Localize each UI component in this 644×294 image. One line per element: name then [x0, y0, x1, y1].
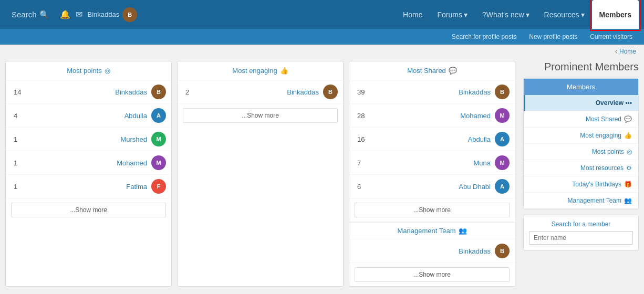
notifications-icon[interactable]: 🔔 [60, 9, 70, 19]
avatar: B [495, 244, 510, 258]
panels-row: Most points ◎ 14 Binkaddas B 4 Abdulla A… [5, 61, 515, 287]
avatar: M [151, 132, 166, 146]
nav-resources[interactable]: Resources ▾ [537, 0, 592, 29]
main-container: Most points ◎ 14 Binkaddas B 4 Abdulla A… [0, 58, 644, 294]
avatar: M [495, 155, 510, 170]
avatar: A [495, 132, 510, 146]
table-row: 7 Muna M [349, 151, 515, 175]
management-team-header[interactable]: Management Team 👥 [349, 222, 515, 239]
sidebar-item-overview[interactable]: Overview ••• [524, 95, 638, 111]
search-button[interactable]: Search 🔍 [5, 6, 56, 24]
breadcrumb: ‹ Home [0, 45, 644, 58]
most-engaging-header[interactable]: Most engaging 👍 [178, 61, 343, 80]
management-show-more[interactable]: ...Show more [355, 267, 510, 282]
avatar: A [495, 179, 510, 194]
most-points-show-more[interactable]: ...Show more [11, 203, 166, 217]
table-row: 4 Abdulla A [6, 104, 171, 128]
sidebar-item-birthdays[interactable]: Today's Birthdays 🎁 [524, 176, 638, 193]
sidebar-item-most-shared[interactable]: Most Shared 💬 [524, 111, 638, 128]
member-search-input[interactable] [529, 231, 633, 245]
most-points-header[interactable]: Most points ◎ [6, 61, 171, 80]
nav-home[interactable]: Home [396, 0, 430, 29]
avatar: F [151, 179, 166, 194]
table-row: Binkaddas B [349, 239, 515, 263]
table-row: 1 Murshed M [6, 128, 171, 151]
target-icon: ◎ [105, 67, 110, 75]
sub-nav-new-profile-posts[interactable]: New profile posts [523, 29, 584, 45]
table-row: 1 Mohamed M [6, 151, 171, 175]
top-navigation: Search 🔍 🔔 ✉ Binkaddas B Home Forums ▾ ?… [0, 0, 644, 29]
table-row: 28 Mohamed M [349, 104, 515, 128]
sidebar-item-most-points[interactable]: Most points ◎ [524, 144, 638, 160]
sub-nav-current-visitors[interactable]: Current visitors [584, 29, 639, 45]
chevron-down-icon: ▾ [464, 10, 468, 19]
avatar: B [151, 85, 166, 99]
most-shared-show-more[interactable]: ...Show more [355, 203, 510, 217]
breadcrumb-separator: ‹ [615, 48, 617, 55]
member-search-section: Search for a member [524, 215, 638, 250]
chevron-down-icon: ▾ [581, 10, 585, 19]
avatar: M [495, 108, 510, 123]
page-title: Prominent Members [523, 58, 639, 78]
avatar: M [151, 155, 166, 170]
nav-members[interactable]: Members [592, 0, 639, 29]
target-icon: ◎ [627, 148, 632, 155]
username: Binkaddas [88, 10, 120, 18]
nav-whats-new[interactable]: ?What's new ▾ [475, 0, 537, 29]
thumbs-up-icon: 👍 [624, 132, 632, 139]
table-row: 2 Binkaddas B [178, 80, 343, 104]
sidebar-item-management-team[interactable]: Management Team 👥 [524, 193, 638, 209]
nav-forums[interactable]: Forums ▾ [430, 0, 474, 29]
avatar: A [151, 108, 166, 123]
messages-icon[interactable]: ✉ [76, 9, 82, 19]
table-row: 16 Abdulla A [349, 128, 515, 151]
table-row: 39 Binkaddas B [349, 80, 515, 104]
share-icon: 💬 [449, 67, 457, 75]
sub-navigation: Search for profile posts New profile pos… [0, 29, 644, 45]
share-icon: 💬 [624, 116, 632, 123]
users-icon: 👥 [624, 197, 632, 204]
sidebar: Prominent Members Members Overview ••• M… [523, 58, 639, 287]
sidebar-item-most-resources[interactable]: Most resources ⚙ [524, 160, 638, 176]
table-row: 14 Binkaddas B [6, 80, 171, 104]
most-engaging-panel: Most engaging 👍 2 Binkaddas B ...Show mo… [177, 61, 344, 287]
table-row: 1 Fatima F [6, 175, 171, 198]
avatar: B [323, 85, 338, 99]
gift-icon: 🎁 [624, 181, 632, 188]
member-search-label: Search for a member [529, 220, 633, 228]
nav-icons: 🔔 ✉ [60, 9, 82, 19]
user-menu[interactable]: Binkaddas B [88, 7, 138, 22]
sidebar-members-box: Members Overview ••• Most Shared 💬 Most … [523, 78, 639, 209]
sidebar-item-most-engaging[interactable]: Most engaging 👍 [524, 128, 638, 144]
sidebar-search-box: Search for a member [523, 215, 639, 250]
content-area: Most points ◎ 14 Binkaddas B 4 Abdulla A… [5, 58, 523, 287]
most-points-panel: Most points ◎ 14 Binkaddas B 4 Abdulla A… [5, 61, 172, 287]
sidebar-members-title: Members [524, 79, 638, 95]
most-shared-panel: Most Shared 💬 39 Binkaddas B 28 Mohamed … [349, 61, 515, 287]
search-icon: 🔍 [39, 10, 49, 19]
most-shared-header[interactable]: Most Shared 💬 [349, 61, 515, 80]
main-nav: Home Forums ▾ ?What's new ▾ Resources ▾ … [396, 0, 639, 29]
table-row: 6 Abu Dhabi A [349, 175, 515, 198]
avatar: B [495, 85, 510, 99]
gear-icon: ⚙ [626, 164, 632, 172]
sub-nav-search-profile-posts[interactable]: Search for profile posts [445, 29, 523, 45]
most-engaging-show-more[interactable]: ...Show more [183, 108, 338, 123]
avatar: B [122, 7, 137, 22]
breadcrumb-home[interactable]: Home [619, 48, 636, 55]
users-icon: 👥 [459, 227, 467, 235]
thumbs-up-icon: 👍 [280, 67, 288, 75]
search-label: Search [12, 10, 37, 19]
chevron-down-icon: ▾ [526, 10, 529, 19]
